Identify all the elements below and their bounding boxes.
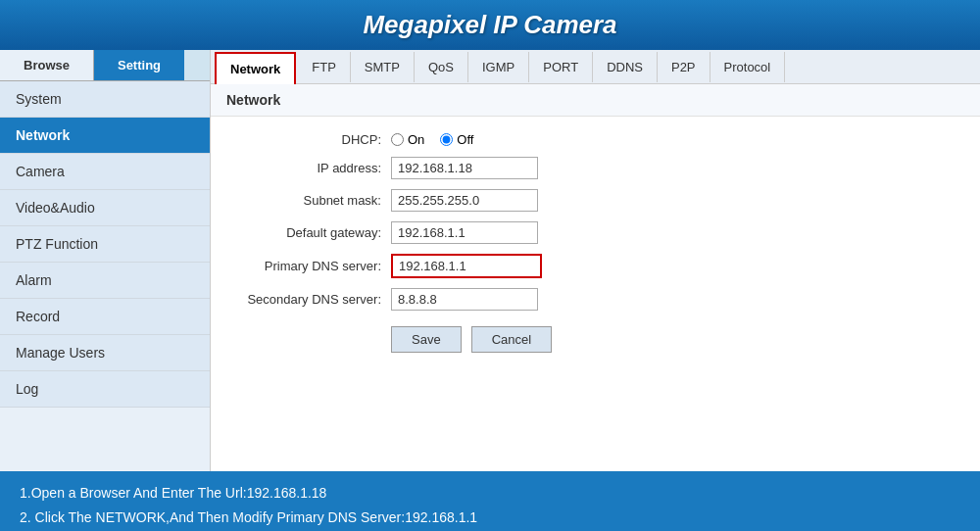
content-area: Network FTP SMTP QoS IGMP PORT DDNS P2P …: [211, 50, 980, 471]
primary-dns-row: Primary DNS server:: [234, 254, 956, 278]
app-title: Megapixel IP Camera: [0, 10, 980, 40]
dhcp-radio-group: On Off: [391, 132, 473, 147]
primary-dns-input[interactable]: [393, 256, 540, 276]
sub-nav-smtp[interactable]: SMTP: [351, 52, 415, 82]
sub-nav-ddns[interactable]: DDNS: [593, 52, 658, 82]
secondary-dns-input[interactable]: [391, 288, 538, 311]
form-area: DHCP: On Off IP address:: [211, 117, 980, 368]
gateway-label: Default gateway:: [234, 225, 391, 240]
gateway-row: Default gateway:: [234, 221, 956, 244]
section-title: Network: [211, 84, 980, 117]
subnet-label: Subnet mask:: [234, 193, 391, 208]
footer-line2: 2. Click The NETWORK,And Then Modify Pri…: [20, 506, 960, 530]
sidebar-item-network[interactable]: Network: [0, 118, 210, 154]
cancel-button[interactable]: Cancel: [471, 326, 552, 353]
dhcp-off-option[interactable]: Off: [440, 132, 473, 147]
secondary-dns-row: Secondary DNS server:: [234, 288, 956, 311]
footer-line1: 1.Open a Browser And Enter The Url:192.1…: [20, 481, 960, 506]
dhcp-on-label: On: [408, 132, 424, 147]
primary-dns-highlight: [391, 254, 542, 278]
dhcp-on-option[interactable]: On: [391, 132, 424, 147]
footer: 1.Open a Browser And Enter The Url:192.1…: [0, 471, 980, 531]
sidebar-item-system[interactable]: System: [0, 81, 210, 118]
sub-nav-igmp[interactable]: IGMP: [468, 52, 529, 82]
sidebar-item-ptz[interactable]: PTZ Function: [0, 226, 210, 263]
sub-nav-network[interactable]: Network: [215, 52, 296, 84]
button-row: Save Cancel: [391, 326, 956, 353]
subnet-row: Subnet mask:: [234, 189, 956, 212]
dhcp-row: DHCP: On Off: [234, 132, 956, 147]
sidebar-item-manage-users[interactable]: Manage Users: [0, 335, 210, 371]
subnet-input[interactable]: [391, 189, 538, 212]
ip-label: IP address:: [234, 161, 391, 175]
header: Megapixel IP Camera: [0, 0, 980, 50]
sub-nav-p2p[interactable]: P2P: [658, 52, 710, 82]
tab-row: Browse Setting: [0, 50, 210, 81]
dhcp-on-radio[interactable]: [391, 133, 404, 146]
ip-input[interactable]: [391, 157, 538, 179]
main-container: Browse Setting System Network Camera Vid…: [0, 50, 980, 471]
tab-browse[interactable]: Browse: [0, 50, 94, 80]
sidebar-item-log[interactable]: Log: [0, 371, 210, 408]
sidebar-item-video-audio[interactable]: Video&Audio: [0, 190, 210, 226]
sidebar: Browse Setting System Network Camera Vid…: [0, 50, 211, 471]
sub-nav-protocol[interactable]: Protocol: [710, 52, 786, 82]
secondary-dns-label: Secondary DNS server:: [234, 292, 391, 307]
dhcp-label: DHCP:: [234, 132, 391, 147]
dhcp-off-label: Off: [457, 132, 473, 147]
primary-dns-label: Primary DNS server:: [234, 259, 391, 273]
sub-nav-port[interactable]: PORT: [529, 52, 593, 82]
save-button[interactable]: Save: [391, 326, 462, 353]
sub-nav: Network FTP SMTP QoS IGMP PORT DDNS P2P …: [211, 50, 980, 84]
ip-row: IP address:: [234, 157, 956, 179]
dhcp-off-radio[interactable]: [440, 133, 453, 146]
gateway-input[interactable]: [391, 221, 538, 244]
sidebar-item-record[interactable]: Record: [0, 299, 210, 335]
sub-nav-ftp[interactable]: FTP: [298, 52, 351, 82]
sidebar-item-camera[interactable]: Camera: [0, 154, 210, 190]
sidebar-item-alarm[interactable]: Alarm: [0, 263, 210, 299]
tab-setting[interactable]: Setting: [94, 50, 184, 80]
sub-nav-qos[interactable]: QoS: [415, 52, 468, 82]
